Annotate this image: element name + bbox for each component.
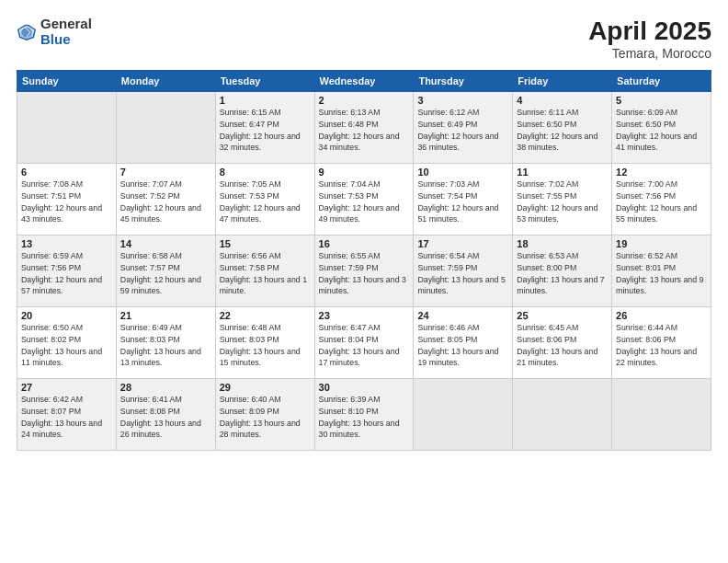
day-number: 2 (319, 95, 410, 106)
logo-icon (17, 22, 37, 42)
day-cell: 24Sunrise: 6:46 AM Sunset: 8:05 PM Dayli… (414, 307, 513, 379)
col-thursday: Thursday (414, 71, 513, 92)
day-info: Sunrise: 6:53 AM Sunset: 8:00 PM Dayligh… (517, 250, 608, 297)
day-cell: 25Sunrise: 6:45 AM Sunset: 8:06 PM Dayli… (513, 307, 612, 379)
day-info: Sunrise: 6:56 AM Sunset: 7:58 PM Dayligh… (220, 250, 311, 297)
day-cell: 22Sunrise: 6:48 AM Sunset: 8:03 PM Dayli… (215, 307, 314, 379)
day-cell: 14Sunrise: 6:58 AM Sunset: 7:57 PM Dayli… (116, 236, 215, 307)
day-info: Sunrise: 6:54 AM Sunset: 7:59 PM Dayligh… (417, 250, 508, 297)
logo-text: General Blue (40, 17, 92, 47)
day-number: 3 (417, 95, 508, 106)
day-cell: 4Sunrise: 6:11 AM Sunset: 6:50 PM Daylig… (513, 92, 612, 164)
day-number: 19 (616, 238, 707, 249)
day-info: Sunrise: 6:39 AM Sunset: 8:10 PM Dayligh… (319, 394, 410, 441)
day-cell: 28Sunrise: 6:41 AM Sunset: 8:08 PM Dayli… (116, 379, 215, 451)
calendar-header: Sunday Monday Tuesday Wednesday Thursday… (17, 71, 711, 92)
header-row: Sunday Monday Tuesday Wednesday Thursday… (17, 71, 711, 92)
day-cell: 13Sunrise: 6:59 AM Sunset: 7:56 PM Dayli… (17, 236, 117, 307)
calendar-body: 1Sunrise: 6:15 AM Sunset: 6:47 PM Daylig… (17, 92, 711, 451)
day-number: 22 (220, 310, 311, 321)
day-cell: 9Sunrise: 7:04 AM Sunset: 7:53 PM Daylig… (314, 164, 414, 236)
day-cell: 7Sunrise: 7:07 AM Sunset: 7:52 PM Daylig… (116, 164, 215, 236)
day-cell (17, 92, 117, 164)
day-cell: 3Sunrise: 6:12 AM Sunset: 6:49 PM Daylig… (414, 92, 513, 164)
day-number: 26 (616, 310, 707, 321)
day-number: 11 (517, 167, 608, 178)
week-row-2: 6Sunrise: 7:08 AM Sunset: 7:51 PM Daylig… (17, 164, 711, 236)
day-cell (513, 379, 612, 451)
day-info: Sunrise: 7:08 AM Sunset: 7:51 PM Dayligh… (21, 178, 112, 225)
day-number: 9 (319, 167, 410, 178)
day-info: Sunrise: 7:00 AM Sunset: 7:56 PM Dayligh… (616, 178, 707, 225)
day-cell: 6Sunrise: 7:08 AM Sunset: 7:51 PM Daylig… (17, 164, 117, 236)
day-info: Sunrise: 6:47 AM Sunset: 8:04 PM Dayligh… (319, 322, 410, 369)
day-number: 4 (517, 95, 608, 106)
col-saturday: Saturday (612, 71, 711, 92)
day-info: Sunrise: 6:44 AM Sunset: 8:06 PM Dayligh… (616, 322, 707, 369)
day-number: 23 (319, 310, 410, 321)
day-number: 8 (220, 167, 311, 178)
day-number: 1 (220, 95, 311, 106)
month-title: April 2025 (588, 17, 711, 46)
day-number: 20 (21, 310, 112, 321)
day-cell: 15Sunrise: 6:56 AM Sunset: 7:58 PM Dayli… (215, 236, 314, 307)
day-cell: 17Sunrise: 6:54 AM Sunset: 7:59 PM Dayli… (414, 236, 513, 307)
day-number: 7 (120, 167, 211, 178)
day-number: 15 (220, 238, 311, 249)
day-cell: 2Sunrise: 6:13 AM Sunset: 6:48 PM Daylig… (314, 92, 414, 164)
day-info: Sunrise: 6:12 AM Sunset: 6:49 PM Dayligh… (417, 107, 508, 154)
week-row-5: 27Sunrise: 6:42 AM Sunset: 8:07 PM Dayli… (17, 379, 711, 451)
day-cell: 10Sunrise: 7:03 AM Sunset: 7:54 PM Dayli… (414, 164, 513, 236)
day-cell: 19Sunrise: 6:52 AM Sunset: 8:01 PM Dayli… (612, 236, 711, 307)
week-row-1: 1Sunrise: 6:15 AM Sunset: 6:47 PM Daylig… (17, 92, 711, 164)
day-number: 13 (21, 238, 112, 249)
day-number: 18 (517, 238, 608, 249)
page: General Blue April 2025 Temara, Morocco … (0, 0, 728, 563)
day-cell: 30Sunrise: 6:39 AM Sunset: 8:10 PM Dayli… (314, 379, 414, 451)
day-number: 30 (319, 382, 410, 393)
day-number: 25 (517, 310, 608, 321)
day-info: Sunrise: 6:15 AM Sunset: 6:47 PM Dayligh… (220, 107, 311, 154)
day-number: 12 (616, 167, 707, 178)
day-cell (116, 92, 215, 164)
day-info: Sunrise: 7:04 AM Sunset: 7:53 PM Dayligh… (319, 178, 410, 225)
day-cell: 1Sunrise: 6:15 AM Sunset: 6:47 PM Daylig… (215, 92, 314, 164)
day-info: Sunrise: 6:41 AM Sunset: 8:08 PM Dayligh… (120, 394, 211, 441)
day-info: Sunrise: 6:48 AM Sunset: 8:03 PM Dayligh… (220, 322, 311, 369)
day-cell (414, 379, 513, 451)
day-number: 14 (120, 238, 211, 249)
day-number: 16 (319, 238, 410, 249)
day-cell: 20Sunrise: 6:50 AM Sunset: 8:02 PM Dayli… (17, 307, 117, 379)
day-number: 21 (120, 310, 211, 321)
day-info: Sunrise: 6:11 AM Sunset: 6:50 PM Dayligh… (517, 107, 608, 154)
col-wednesday: Wednesday (314, 71, 414, 92)
day-info: Sunrise: 7:02 AM Sunset: 7:55 PM Dayligh… (517, 178, 608, 225)
logo-blue: Blue (40, 32, 92, 48)
day-info: Sunrise: 6:42 AM Sunset: 8:07 PM Dayligh… (21, 394, 112, 441)
day-info: Sunrise: 6:40 AM Sunset: 8:09 PM Dayligh… (220, 394, 311, 441)
day-cell: 5Sunrise: 6:09 AM Sunset: 6:50 PM Daylig… (612, 92, 711, 164)
day-number: 29 (220, 382, 311, 393)
week-row-3: 13Sunrise: 6:59 AM Sunset: 7:56 PM Dayli… (17, 236, 711, 307)
logo-general: General (40, 17, 92, 32)
day-number: 28 (120, 382, 211, 393)
day-number: 10 (417, 167, 508, 178)
day-cell: 11Sunrise: 7:02 AM Sunset: 7:55 PM Dayli… (513, 164, 612, 236)
day-cell (612, 379, 711, 451)
day-cell: 18Sunrise: 6:53 AM Sunset: 8:00 PM Dayli… (513, 236, 612, 307)
day-number: 6 (21, 167, 112, 178)
day-info: Sunrise: 7:05 AM Sunset: 7:53 PM Dayligh… (220, 178, 311, 225)
header: General Blue April 2025 Temara, Morocco (17, 17, 711, 61)
col-sunday: Sunday (17, 71, 117, 92)
day-info: Sunrise: 6:45 AM Sunset: 8:06 PM Dayligh… (517, 322, 608, 369)
calendar: Sunday Monday Tuesday Wednesday Thursday… (17, 70, 711, 451)
day-info: Sunrise: 6:09 AM Sunset: 6:50 PM Dayligh… (616, 107, 707, 154)
day-info: Sunrise: 6:55 AM Sunset: 7:59 PM Dayligh… (319, 250, 410, 297)
day-info: Sunrise: 6:46 AM Sunset: 8:05 PM Dayligh… (417, 322, 508, 369)
day-number: 5 (616, 95, 707, 106)
day-info: Sunrise: 7:07 AM Sunset: 7:52 PM Dayligh… (120, 178, 211, 225)
day-info: Sunrise: 6:59 AM Sunset: 7:56 PM Dayligh… (21, 250, 112, 297)
day-info: Sunrise: 6:58 AM Sunset: 7:57 PM Dayligh… (120, 250, 211, 297)
day-info: Sunrise: 6:50 AM Sunset: 8:02 PM Dayligh… (21, 322, 112, 369)
day-number: 27 (21, 382, 112, 393)
